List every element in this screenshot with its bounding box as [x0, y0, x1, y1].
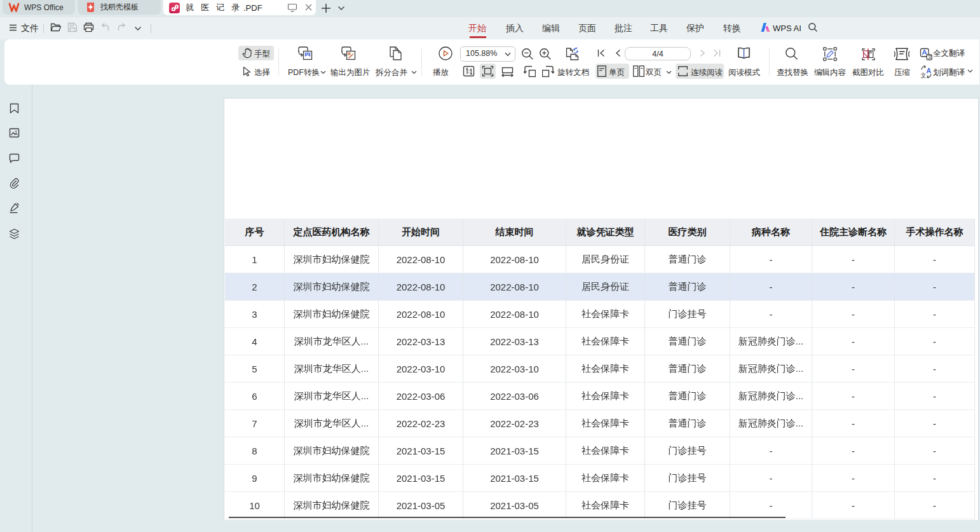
svg-text:文: 文 [928, 54, 932, 60]
svg-text:文: 文 [920, 72, 927, 78]
svg-text:A: A [927, 67, 932, 74]
